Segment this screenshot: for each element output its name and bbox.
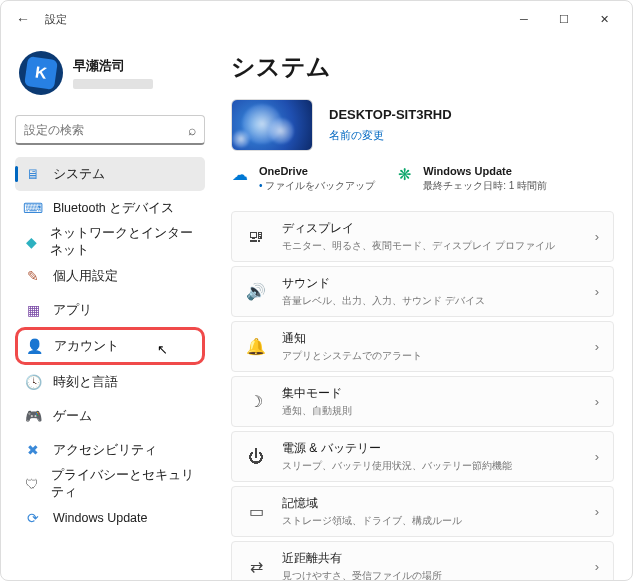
card-icon: ⇄ xyxy=(246,557,266,576)
search-field[interactable] xyxy=(24,123,188,137)
nav-label: Windows Update xyxy=(53,511,148,525)
avatar: K xyxy=(19,51,63,95)
status-row: ☁OneDriveファイルをバックアップ❋Windows Update最終チェッ… xyxy=(231,165,614,193)
nav-label: アプリ xyxy=(53,302,92,319)
nav-icon: ⟳ xyxy=(25,510,41,526)
nav-icon: 👤 xyxy=(26,338,42,354)
card-title: 記憶域 xyxy=(282,495,579,512)
card-icon: 🔔 xyxy=(246,337,266,356)
nav-icon: ✎ xyxy=(25,268,41,284)
device-block: DESKTOP-SIT3RHD 名前の変更 xyxy=(231,99,614,151)
status-title: Windows Update xyxy=(423,165,547,177)
device-wallpaper xyxy=(231,99,313,151)
cursor-icon: ↖ xyxy=(157,342,168,357)
sidebar-item-0[interactable]: 🖥システム xyxy=(15,157,205,191)
sidebar: K 早瀬浩司 ⌕ 🖥システム⌨Bluetooth とデバイス◆ネットワークとイン… xyxy=(1,37,211,580)
nav-label: アクセシビリティ xyxy=(53,442,157,459)
nav-icon: 🕓 xyxy=(25,374,41,390)
nav-label: 時刻と言語 xyxy=(53,374,118,391)
status-title: OneDrive xyxy=(259,165,375,177)
rename-link[interactable]: 名前の変更 xyxy=(329,128,452,143)
sidebar-item-10[interactable]: ⟳Windows Update xyxy=(15,501,205,535)
settings-card-0[interactable]: 🖳ディスプレイモニター、明るさ、夜間モード、ディスプレイ プロファイル› xyxy=(231,211,614,262)
sidebar-item-9[interactable]: 🛡プライバシーとセキュリティ xyxy=(15,467,205,501)
chevron-right-icon: › xyxy=(595,559,599,574)
user-email-placeholder xyxy=(73,79,153,89)
chevron-right-icon: › xyxy=(595,339,599,354)
nav-label: 個人用設定 xyxy=(53,268,118,285)
window-title: 設定 xyxy=(45,12,67,27)
search-input[interactable]: ⌕ xyxy=(15,115,205,145)
maximize-button[interactable]: ☐ xyxy=(544,5,584,33)
sidebar-item-1[interactable]: ⌨Bluetooth とデバイス xyxy=(15,191,205,225)
card-icon: ⏻ xyxy=(246,448,266,466)
close-button[interactable]: ✕ xyxy=(584,5,624,33)
settings-card-2[interactable]: 🔔通知アプリとシステムでのアラート› xyxy=(231,321,614,372)
card-sub: スリープ、バッテリ使用状況、バッテリー節約機能 xyxy=(282,459,579,473)
sidebar-item-6[interactable]: 🕓時刻と言語 xyxy=(15,365,205,399)
minimize-button[interactable]: ─ xyxy=(504,5,544,33)
settings-card-3[interactable]: ☽集中モード通知、自動規則› xyxy=(231,376,614,427)
page-title: システム xyxy=(231,51,614,83)
status-item-0[interactable]: ☁OneDriveファイルをバックアップ xyxy=(231,165,375,193)
sidebar-item-8[interactable]: ✖アクセシビリティ xyxy=(15,433,205,467)
card-icon: ▭ xyxy=(246,502,266,521)
card-icon: 🔊 xyxy=(246,282,266,301)
card-sub: 見つけやすさ、受信ファイルの場所 xyxy=(282,569,579,580)
back-button[interactable]: ← xyxy=(9,5,37,33)
user-name: 早瀬浩司 xyxy=(73,57,153,75)
nav-list: 🖥システム⌨Bluetooth とデバイス◆ネットワークとインターネット✎個人用… xyxy=(15,157,205,535)
sidebar-item-3[interactable]: ✎個人用設定 xyxy=(15,259,205,293)
nav-icon: ▦ xyxy=(25,302,41,318)
card-title: 近距離共有 xyxy=(282,550,579,567)
sidebar-item-4[interactable]: ▦アプリ xyxy=(15,293,205,327)
settings-card-5[interactable]: ▭記憶域ストレージ領域、ドライブ、構成ルール› xyxy=(231,486,614,537)
nav-icon: 🛡 xyxy=(25,476,39,492)
card-icon: 🖳 xyxy=(246,228,266,246)
nav-label: ゲーム xyxy=(53,408,92,425)
status-item-1[interactable]: ❋Windows Update最終チェック日時: 1 時間前 xyxy=(395,165,547,193)
status-sub: ファイルをバックアップ xyxy=(259,179,375,193)
settings-card-4[interactable]: ⏻電源 & バッテリースリープ、バッテリ使用状況、バッテリー節約機能› xyxy=(231,431,614,482)
nav-icon: ⌨ xyxy=(25,200,41,216)
card-title: 通知 xyxy=(282,330,579,347)
nav-icon: 🎮 xyxy=(25,408,41,424)
status-icon: ☁ xyxy=(231,165,249,183)
nav-label: Bluetooth とデバイス xyxy=(53,200,174,217)
nav-icon: 🖥 xyxy=(25,166,41,182)
nav-label: システム xyxy=(53,166,105,183)
main-panel: システム DESKTOP-SIT3RHD 名前の変更 ☁OneDriveファイル… xyxy=(211,37,632,580)
card-title: ディスプレイ xyxy=(282,220,579,237)
sidebar-item-7[interactable]: 🎮ゲーム xyxy=(15,399,205,433)
card-title: サウンド xyxy=(282,275,579,292)
user-block[interactable]: K 早瀬浩司 xyxy=(15,47,205,109)
chevron-right-icon: › xyxy=(595,504,599,519)
status-icon: ❋ xyxy=(395,165,413,183)
sidebar-item-5[interactable]: 👤アカウント↖ xyxy=(15,327,205,365)
status-sub: 最終チェック日時: 1 時間前 xyxy=(423,179,547,193)
chevron-right-icon: › xyxy=(595,229,599,244)
card-sub: ストレージ領域、ドライブ、構成ルール xyxy=(282,514,579,528)
settings-card-6[interactable]: ⇄近距離共有見つけやすさ、受信ファイルの場所› xyxy=(231,541,614,580)
card-sub: モニター、明るさ、夜間モード、ディスプレイ プロファイル xyxy=(282,239,579,253)
chevron-right-icon: › xyxy=(595,284,599,299)
card-title: 電源 & バッテリー xyxy=(282,440,579,457)
card-sub: アプリとシステムでのアラート xyxy=(282,349,579,363)
card-icon: ☽ xyxy=(246,392,266,411)
nav-label: プライバシーとセキュリティ xyxy=(51,467,195,501)
card-sub: 音量レベル、出力、入力、サウンド デバイス xyxy=(282,294,579,308)
device-name: DESKTOP-SIT3RHD xyxy=(329,107,452,122)
card-sub: 通知、自動規則 xyxy=(282,404,579,418)
nav-label: ネットワークとインターネット xyxy=(50,225,195,259)
nav-label: アカウント xyxy=(54,338,119,355)
nav-icon: ◆ xyxy=(25,234,38,250)
search-icon: ⌕ xyxy=(188,122,196,138)
settings-cards: 🖳ディスプレイモニター、明るさ、夜間モード、ディスプレイ プロファイル›🔊サウン… xyxy=(231,211,614,580)
card-title: 集中モード xyxy=(282,385,579,402)
chevron-right-icon: › xyxy=(595,449,599,464)
titlebar: ← 設定 ─ ☐ ✕ xyxy=(1,1,632,37)
chevron-right-icon: › xyxy=(595,394,599,409)
sidebar-item-2[interactable]: ◆ネットワークとインターネット xyxy=(15,225,205,259)
nav-icon: ✖ xyxy=(25,442,41,458)
settings-card-1[interactable]: 🔊サウンド音量レベル、出力、入力、サウンド デバイス› xyxy=(231,266,614,317)
